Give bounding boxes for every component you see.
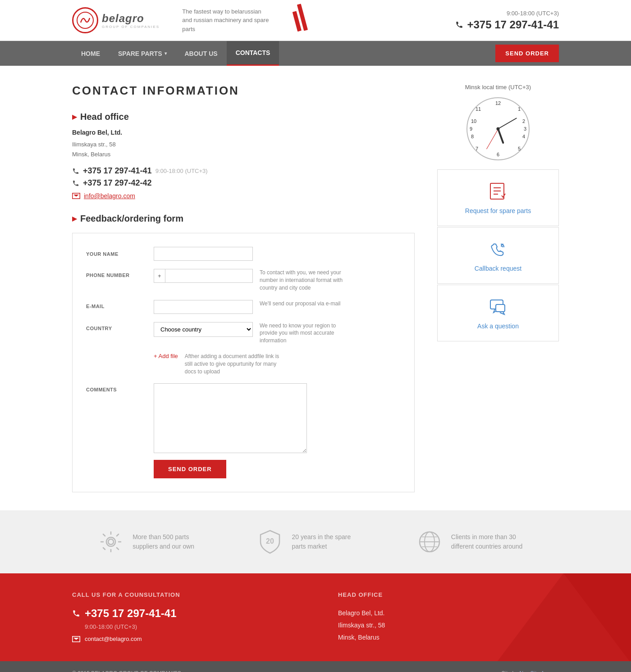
nav-contacts[interactable]: CONTACTS	[227, 41, 279, 66]
footer-email-icon	[72, 636, 80, 642]
form-row-name: YOUR NAME	[86, 247, 401, 261]
navigation: HOME SPARE PARTS ▾ ABOUT US CONTACTS SEN…	[0, 41, 631, 66]
header-hours: 9:00-18:00 (UTC+3)	[455, 10, 559, 17]
request-spare-parts-card[interactable]: Request for spare parts	[437, 169, 559, 226]
footer-phone: +375 17 297-41-41	[85, 607, 177, 620]
country-select[interactable]: Choose country	[154, 322, 253, 337]
header-phone-number[interactable]: +375 17 297-41-41	[467, 18, 559, 31]
ask-question-icon	[449, 296, 547, 318]
phone2-icon	[72, 180, 79, 187]
hour-hand	[497, 128, 504, 144]
email-icon	[72, 193, 80, 199]
footer-copyright: © 2015 BELAGRO GROUP OF COMPANIES	[72, 670, 181, 672]
callback-label: Callback request	[449, 265, 547, 272]
header-contact: 9:00-18:00 (UTC+3) +375 17 297-41-41	[455, 10, 559, 31]
clock-section: Minsk local time (UTC+3) 12 1 2 3 4 5 6 …	[437, 84, 559, 160]
comments-textarea[interactable]	[154, 383, 307, 453]
request-spare-label: Request for spare parts	[449, 207, 547, 214]
clock-center-dot	[497, 127, 500, 131]
form-row-email: E-MAIL We'll send our proposal via e-mai…	[86, 300, 401, 314]
phone1-row[interactable]: +375 17 297-41-41 9:00-18:00 (UTC+3)	[72, 166, 415, 176]
phone2-number: +375 17 297-42-42	[83, 178, 152, 188]
clock-face: 12 1 2 3 4 5 6 7 8 9 10 11	[466, 97, 530, 160]
footer-email-link[interactable]: contact@belagro.com	[72, 636, 293, 642]
shield20-icon: 20	[258, 528, 283, 555]
comments-label: COMMENTS	[86, 383, 154, 392]
phone-input[interactable]	[165, 269, 252, 282]
stat-suppliers-text: More than 500 parts suppliers and our ow…	[133, 532, 205, 551]
footer-col2: HEAD OFFICE Belagro Bel, Ltd. Ilimskaya …	[338, 591, 559, 643]
company-name: Belagro Bel, Ltd.	[72, 129, 415, 136]
footer-agency-link[interactable]: NewSite Agency	[520, 670, 559, 672]
footer-phone-icon	[72, 609, 80, 618]
footer-email-text: contact@belagro.com	[85, 636, 142, 642]
decorative-stripes	[292, 6, 309, 35]
footer-phone-row[interactable]: +375 17 297-41-41	[72, 607, 293, 620]
minute-hand	[498, 118, 517, 129]
email-label: E-MAIL	[86, 300, 154, 309]
header: belagro GROUP OF COMPANIES The fastest w…	[0, 0, 631, 41]
stat-years-text: 20 years in the spare parts market	[292, 532, 364, 551]
phone2-row[interactable]: +375 17 297-42-42	[72, 178, 415, 188]
form-box: YOUR NAME PHONE NUMBER + To contact with…	[72, 233, 415, 492]
dropdown-arrow-icon: ▾	[165, 51, 167, 56]
footer-col2-heading: HEAD OFFICE	[338, 591, 559, 598]
phone1-hours: 9:00-18:00 (UTC+3)	[155, 168, 208, 174]
footer-site-credit: Site by NewSite Agency	[502, 670, 559, 672]
form-row-country: COUNTRY Choose country We need to know y…	[86, 322, 401, 345]
stat-suppliers: More than 500 parts suppliers and our ow…	[99, 530, 205, 554]
stat-countries-text: Clients in more than 30 different countr…	[451, 532, 532, 551]
company-address: Ilimskaya str., 58 Minsk, Belarus	[72, 140, 415, 159]
head-office-heading: Head office	[80, 112, 129, 122]
email-hint: We'll send our proposal via e-mail	[260, 300, 340, 308]
callback-request-card[interactable]: Callback request	[437, 227, 559, 284]
header-tagline: The fastest way to belarussian and russi…	[182, 7, 272, 34]
form-row-phone: PHONE NUMBER + To contact with you, we n…	[86, 269, 401, 291]
add-file-hint: Afther adding a document addfile link is…	[185, 353, 288, 375]
svg-point-8	[108, 539, 114, 545]
footer-bottom: © 2015 BELAGRO GROUP OF COMPANIES Site b…	[0, 661, 631, 672]
phone1-icon	[72, 168, 79, 175]
phone-hint: To contact with you, we need your number…	[260, 269, 350, 291]
request-spare-icon	[449, 181, 547, 203]
second-hand	[486, 129, 498, 150]
gear-icon	[99, 530, 123, 554]
nav-spare-parts[interactable]: SPARE PARTS ▾	[109, 41, 176, 66]
name-label: YOUR NAME	[86, 251, 154, 257]
email-input[interactable]	[154, 300, 253, 314]
ask-question-label: Ask a question	[449, 322, 547, 330]
add-file-link[interactable]: + Add file	[154, 353, 178, 359]
email-row: info@belagro.com	[72, 192, 415, 200]
form-slash-icon: ▸	[72, 213, 77, 224]
form-heading: Feedback/ordering form	[80, 213, 183, 224]
clock-label: Minsk local time (UTC+3)	[437, 84, 559, 91]
footer-hours: 9:00-18:00 (UTC+3)	[85, 623, 293, 630]
head-office-section: ▸ Head office Belagro Bel, Ltd. Ilimskay…	[72, 111, 415, 200]
svg-text:20: 20	[266, 537, 274, 545]
footer-col1: CALL US FOR A COUNSULTATION +375 17 297-…	[72, 591, 293, 643]
email-link[interactable]: info@belagro.com	[84, 192, 135, 200]
footer-col1-heading: CALL US FOR A COUNSULTATION	[72, 591, 293, 598]
footer-top: CALL US FOR A COUNSULTATION +375 17 297-…	[0, 573, 631, 661]
footer-address: Belagro Bel, Ltd. Ilimskaya str., 58 Min…	[338, 607, 559, 643]
stat-countries: Clients in more than 30 different countr…	[417, 530, 532, 554]
phone-prefix: +	[154, 269, 165, 282]
send-order-nav-button[interactable]: SEND ORDER	[495, 45, 559, 62]
globe-icon	[417, 530, 442, 554]
form-row-comments: COMMENTS	[86, 383, 401, 453]
phone-icon	[455, 21, 463, 29]
logo[interactable]: belagro GROUP OF COMPANIES	[72, 7, 160, 33]
submit-button[interactable]: SEND ORDER	[154, 460, 226, 478]
section-slash-icon: ▸	[72, 111, 77, 122]
phone-label: PHONE NUMBER	[86, 269, 154, 278]
header-phone[interactable]: +375 17 297-41-41	[455, 18, 559, 31]
name-input[interactable]	[154, 247, 253, 261]
nav-home[interactable]: HOME	[72, 41, 109, 66]
page-title: CONTACT INFORMATION	[72, 84, 415, 98]
ask-question-card[interactable]: Ask a question	[437, 285, 559, 341]
nav-about-us[interactable]: ABOUT US	[176, 41, 227, 66]
logo-name: belagro	[102, 12, 160, 25]
stats-section: More than 500 parts suppliers and our ow…	[0, 510, 631, 573]
country-label: COUNTRY	[86, 322, 154, 331]
callback-icon	[449, 239, 547, 260]
